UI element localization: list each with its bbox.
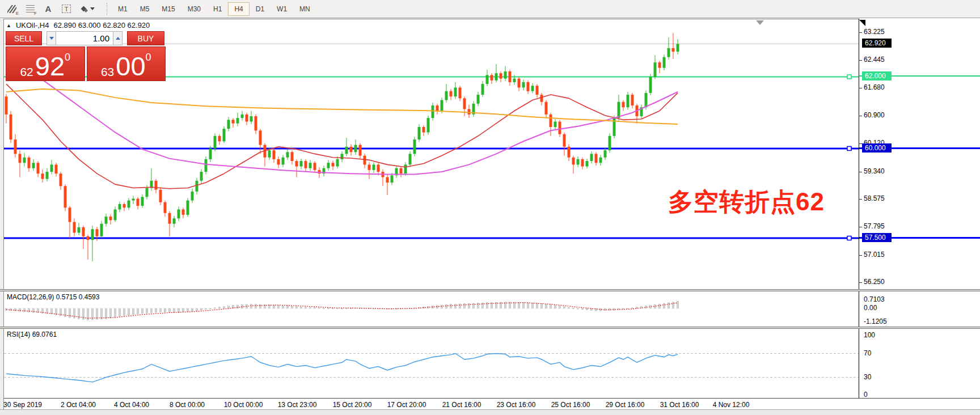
candle-body [268, 150, 271, 158]
rsi-indicator-pane[interactable]: RSI(14) 69.0761 [4, 329, 859, 398]
candle-body [531, 86, 534, 91]
time-axis-label: 23 Oct 16:00 [497, 401, 536, 409]
macd-histogram-bar [537, 303, 538, 308]
price-chart-pane[interactable]: ▲ UKOil-,H4 62.890 63.000 62.820 62.920 … [4, 19, 859, 289]
macd-histogram-bar [260, 304, 261, 308]
buy-price-display[interactable]: 63 00 0 [87, 46, 166, 81]
macd-histogram-bar [101, 308, 103, 319]
candle-body [599, 158, 602, 163]
candle-body [14, 139, 17, 154]
volume-increase-button[interactable] [113, 31, 122, 45]
candle-body [64, 186, 67, 208]
candle-body [214, 136, 217, 149]
candle-body [432, 105, 434, 118]
candle-body [409, 154, 412, 164]
price-axis-label: 57.015 [864, 251, 885, 259]
timeframe-button-m1[interactable]: M1 [112, 2, 134, 16]
sell-price-display[interactable]: 62 92 0 [6, 46, 85, 81]
candle-body [10, 115, 12, 139]
macd-histogram-bar [523, 302, 525, 308]
line-drag-handle[interactable] [847, 236, 851, 240]
macd-histogram-bar [69, 308, 71, 317]
equidistant-channel-tool-icon[interactable]: E [3, 2, 20, 16]
timeframe-button-m5[interactable]: M5 [134, 2, 156, 16]
time-axis-label: 4 Nov 12:00 [713, 401, 750, 409]
candle-body [595, 154, 598, 163]
price-axis-label: 62.445 [864, 56, 885, 64]
macd-histogram-bar [210, 308, 212, 309]
timeframe-button-h4[interactable]: H4 [228, 2, 249, 16]
axis-tick-mark [859, 60, 862, 61]
candle-body [295, 161, 298, 166]
fibonacci-tool-icon[interactable]: F [22, 2, 39, 16]
chart-text-annotation[interactable]: 多空转折点62 [668, 185, 825, 219]
macd-histogram-bar [673, 302, 674, 308]
axis-tick-mark [859, 116, 862, 116]
label-t-icon: T [62, 5, 71, 13]
price-axis-label: 63.225 [864, 28, 885, 36]
candle-body [527, 82, 530, 91]
macd-histogram-bar [659, 304, 661, 308]
macd-canvas [4, 291, 859, 327]
sell-button[interactable]: SELL [6, 31, 42, 45]
pane-splitter[interactable] [0, 289, 980, 291]
timeframe-button-w1[interactable]: W1 [271, 2, 293, 16]
volume-decrease-button[interactable] [47, 31, 56, 45]
candle-body [536, 86, 539, 95]
line-drag-handle[interactable] [847, 75, 851, 79]
volume-input[interactable] [56, 31, 113, 45]
arrow-down-icon [49, 37, 54, 40]
chevron-down-icon [90, 7, 95, 10]
macd-histogram-bar [160, 308, 162, 312]
macd-histogram-bar [201, 308, 202, 310]
buy-price-whole: 63 [101, 66, 114, 78]
price-axis[interactable]: 63.22562.44561.68060.90060.12059.34058.5… [859, 19, 980, 398]
timeframe-button-m30[interactable]: M30 [181, 2, 207, 16]
line-drag-handle[interactable] [847, 146, 851, 150]
candle-body [423, 127, 425, 132]
macd-histogram-bar [146, 308, 148, 313]
arrow-diamond-small-icon [83, 9, 87, 12]
candle-body [622, 102, 625, 107]
trading-terminal: E F A T M1M5M15M30H1H4D1W1MN ▲ UKOil-,H4… [0, 0, 980, 415]
volume-stepper [47, 31, 122, 45]
candle-body [518, 79, 521, 88]
macd-histogram-bar [110, 308, 112, 318]
candle-body [5, 96, 8, 115]
time-axis-label: 21 Oct 16:00 [442, 401, 481, 409]
macd-histogram-bar [205, 308, 207, 310]
macd-histogram-bar [446, 304, 447, 308]
buy-button[interactable]: BUY [127, 31, 164, 45]
time-axis-label: 15 Oct 20:00 [333, 401, 372, 409]
one-click-collapse-icon[interactable]: ▲ [6, 23, 11, 28]
timeframe-button-mn[interactable]: MN [293, 2, 316, 16]
macd-histogram-bar [115, 308, 116, 317]
macd-histogram-bar [654, 304, 656, 308]
candle-body [50, 164, 53, 172]
macd-indicator-pane[interactable]: MACD(12,26,9) 0.5715 0.4593 [4, 291, 859, 327]
price-axis-label: 57.795 [864, 222, 885, 231]
candle-body [332, 163, 335, 166]
rsi-axis-label: 30 [864, 373, 871, 382]
candle-body [259, 130, 262, 145]
axis-tick-mark [859, 32, 862, 33]
timeframe-button-h1[interactable]: H1 [207, 2, 228, 16]
macd-histogram-bar [632, 308, 633, 308]
candle-body [477, 95, 480, 104]
macd-histogram-bar [183, 308, 184, 312]
label-tool-icon[interactable]: T [58, 2, 75, 16]
arrows-tool-icon[interactable] [76, 2, 100, 16]
candle-body [187, 201, 189, 215]
candle-body [60, 173, 62, 186]
candle-body [232, 120, 235, 123]
timeframe-button-d1[interactable]: D1 [250, 2, 271, 16]
pane-splitter[interactable] [0, 327, 980, 329]
time-axis[interactable]: 30 Sep 20192 Oct 04:004 Oct 04:008 Oct 0… [4, 398, 980, 409]
price-axis-label: 60.900 [864, 111, 885, 120]
text-tool-icon[interactable]: A [40, 2, 57, 16]
macd-histogram-bar [251, 304, 252, 308]
macd-histogram-bar [164, 308, 166, 312]
timeframe-button-m15[interactable]: M15 [155, 2, 181, 16]
macd-histogram-bar [310, 307, 311, 308]
candle-body [109, 217, 112, 220]
